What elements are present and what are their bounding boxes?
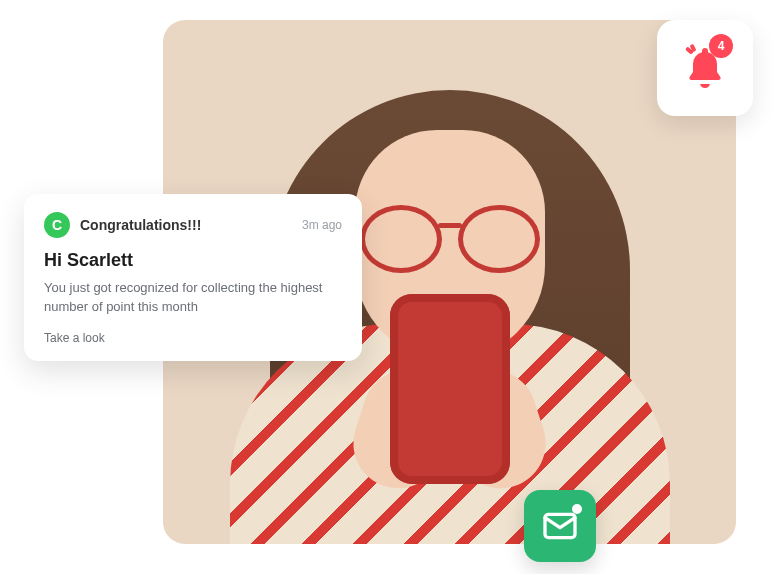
glasses-icon — [360, 205, 540, 265]
toast-body: You just got recognized for collecting t… — [44, 279, 342, 317]
mail-unread-dot-icon — [572, 504, 582, 514]
toast-title: Congratulations!!! — [80, 217, 201, 233]
bell-badge-count: 4 — [718, 39, 725, 53]
toast-cta[interactable]: Take a look — [44, 331, 342, 345]
avatar-letter: C — [52, 217, 62, 233]
recognition-toast[interactable]: C Congratulations!!! 3m ago Hi Scarlett … — [24, 194, 362, 361]
notification-bell-card[interactable]: 4 — [657, 20, 753, 116]
toast-time: 3m ago — [302, 218, 342, 232]
avatar: C — [44, 212, 70, 238]
toast-header: C Congratulations!!! 3m ago — [44, 212, 342, 238]
stage: 4 C Congratulations!!! 3m ago Hi Scarlet… — [0, 0, 777, 574]
phone-icon — [390, 294, 510, 484]
toast-greeting: Hi Scarlett — [44, 250, 342, 271]
mail-tile[interactable] — [524, 490, 596, 562]
bell-badge: 4 — [709, 34, 733, 58]
